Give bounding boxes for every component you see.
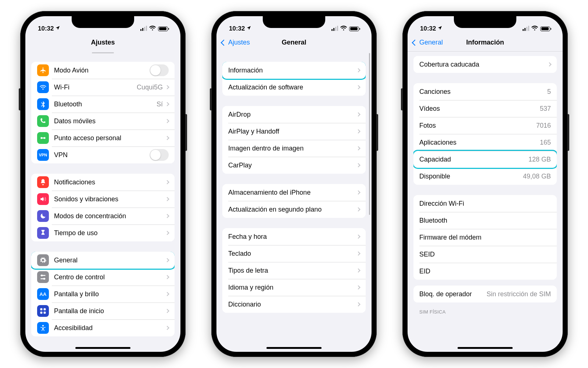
- row-eid[interactable]: EID: [413, 263, 557, 280]
- navbar-settings: Ajustes: [25, 34, 180, 52]
- apps-value: 165: [540, 139, 551, 146]
- airplane-label: Modo Avión: [54, 67, 150, 74]
- dictionary-label: Diccionario: [228, 301, 357, 308]
- row-homescreen[interactable]: Pantalla de inicio: [31, 302, 175, 319]
- row-date[interactable]: Fecha y hora: [222, 228, 366, 245]
- row-vpn[interactable]: VPN VPN: [31, 146, 175, 163]
- about-content[interactable]: Cobertura caducada Canciones 5 Vídeos 53…: [408, 52, 563, 352]
- hotspot-label: Punto acceso personal: [54, 134, 166, 142]
- home-indicator[interactable]: [458, 347, 513, 349]
- screentime-label: Tiempo de uso: [54, 229, 166, 237]
- notifications-label: Notificaciones: [54, 178, 166, 186]
- row-language[interactable]: Idioma y región: [222, 279, 366, 296]
- seid-label: SEID: [419, 251, 551, 258]
- carrier-lock-value: Sin restricción de SIM: [487, 290, 551, 298]
- bell-icon: [37, 176, 49, 188]
- row-airplay[interactable]: AirPlay y Handoff: [222, 123, 366, 140]
- row-keyboard[interactable]: Teclado: [222, 245, 366, 262]
- row-screentime[interactable]: Tiempo de uso: [31, 224, 175, 241]
- moon-icon: [37, 210, 49, 222]
- notch: [454, 16, 516, 28]
- status-time: 10:32: [38, 25, 54, 32]
- capacity-label: Capacidad: [419, 156, 528, 163]
- vpn-toggle[interactable]: [150, 149, 169, 161]
- row-sounds[interactable]: Sonidos y vibraciones: [31, 191, 175, 208]
- gear-icon: [37, 254, 49, 266]
- vpn-icon: VPN: [37, 149, 49, 161]
- airdrop-label: AirDrop: [228, 111, 357, 118]
- row-songs: Canciones 5: [413, 83, 557, 100]
- general-content[interactable]: Información Actualización de software Ai…: [216, 52, 372, 352]
- row-coverage[interactable]: Cobertura caducada: [413, 56, 557, 73]
- svg-point-11: [42, 325, 44, 326]
- row-airdrop[interactable]: AirDrop: [222, 106, 366, 123]
- row-notifications[interactable]: Notificaciones: [31, 174, 175, 191]
- row-display[interactable]: AA Pantalla y brillo: [31, 286, 175, 302]
- row-storage[interactable]: Almacenamiento del iPhone: [222, 184, 366, 201]
- chevron-right-icon: [165, 275, 169, 279]
- chevron-right-icon: [356, 112, 360, 116]
- songs-value: 5: [547, 88, 551, 96]
- chevron-right-icon: [356, 190, 360, 194]
- wifi-icon: [149, 25, 156, 32]
- language-label: Idioma y región: [228, 284, 357, 291]
- nav-underline: [92, 52, 114, 53]
- chevron-right-icon: [165, 180, 169, 184]
- back-button[interactable]: Ajustes: [222, 34, 250, 51]
- scrollbar[interactable]: [369, 53, 370, 215]
- chevron-right-icon: [356, 302, 360, 306]
- home-indicator[interactable]: [266, 347, 322, 349]
- row-carplay[interactable]: CarPlay: [222, 157, 366, 174]
- settings-content[interactable]: Modo Avión Wi-Fi Cuqui5G Bluetooth: [25, 52, 180, 352]
- row-modem-firmware[interactable]: Firmware del módem: [413, 229, 557, 246]
- page-title: General: [282, 39, 306, 46]
- chevron-right-icon: [356, 251, 360, 255]
- chevron-right-icon: [356, 146, 360, 150]
- row-carrier-lock: Bloq. de operador Sin restricción de SIM: [413, 286, 557, 302]
- row-focus[interactable]: Modos de concentración: [31, 208, 175, 224]
- home-indicator[interactable]: [75, 347, 130, 349]
- row-dictionary[interactable]: Diccionario: [222, 296, 366, 313]
- wifi-label: Wi-Fi: [54, 84, 137, 91]
- row-accessibility[interactable]: Accesibilidad: [31, 319, 175, 336]
- fonts-label: Tipos de letra: [228, 267, 357, 275]
- display-icon: AA: [37, 288, 49, 300]
- row-wifi[interactable]: Wi-Fi Cuqui5G: [31, 79, 175, 96]
- svg-rect-8: [44, 308, 46, 311]
- hourglass-icon: [37, 227, 49, 239]
- svg-rect-9: [40, 312, 43, 314]
- eid-label: EID: [419, 268, 551, 275]
- date-label: Fecha y hora: [228, 233, 357, 241]
- chevron-right-icon: [356, 207, 360, 211]
- chevron-right-icon: [547, 62, 551, 66]
- svg-rect-10: [44, 312, 46, 314]
- page-title: Ajustes: [91, 39, 115, 46]
- chevron-right-icon: [165, 258, 169, 262]
- row-fonts[interactable]: Tipos de letra: [222, 262, 366, 279]
- row-control-center[interactable]: Centro de control: [31, 269, 175, 286]
- chevron-right-icon: [356, 285, 360, 289]
- chevron-left-icon: [412, 39, 418, 46]
- row-bluetooth[interactable]: Bluetooth Sí: [31, 96, 175, 113]
- page-title: Información: [466, 39, 504, 46]
- phone-general: 10:32 Ajustes General: [211, 11, 377, 357]
- wifi-address-label: Dirección Wi-Fi: [419, 200, 551, 208]
- row-pip[interactable]: Imagen dentro de imagen: [222, 140, 366, 157]
- row-software-update[interactable]: Actualización de software: [222, 79, 366, 96]
- row-bg-refresh[interactable]: Actualización en segundo plano: [222, 201, 366, 218]
- row-wifi-address[interactable]: Dirección Wi-Fi: [413, 195, 557, 212]
- row-cellular[interactable]: Datos móviles: [31, 113, 175, 130]
- row-capacity: Capacidad 128 GB: [413, 151, 557, 168]
- row-about[interactable]: Información: [222, 62, 366, 79]
- back-button[interactable]: General: [413, 34, 443, 51]
- row-seid[interactable]: SEID: [413, 246, 557, 263]
- capacity-value: 128 GB: [528, 156, 551, 163]
- row-airplane[interactable]: Modo Avión: [31, 62, 175, 79]
- row-bt-address[interactable]: Bluetooth: [413, 212, 557, 229]
- row-general[interactable]: General: [31, 252, 175, 269]
- vpn-label: VPN: [54, 151, 150, 159]
- row-hotspot[interactable]: Punto acceso personal: [31, 130, 175, 146]
- airplane-toggle[interactable]: [150, 64, 169, 76]
- phone-settings: 10:32 Ajustes: [20, 11, 186, 357]
- svg-rect-2: [42, 138, 44, 139]
